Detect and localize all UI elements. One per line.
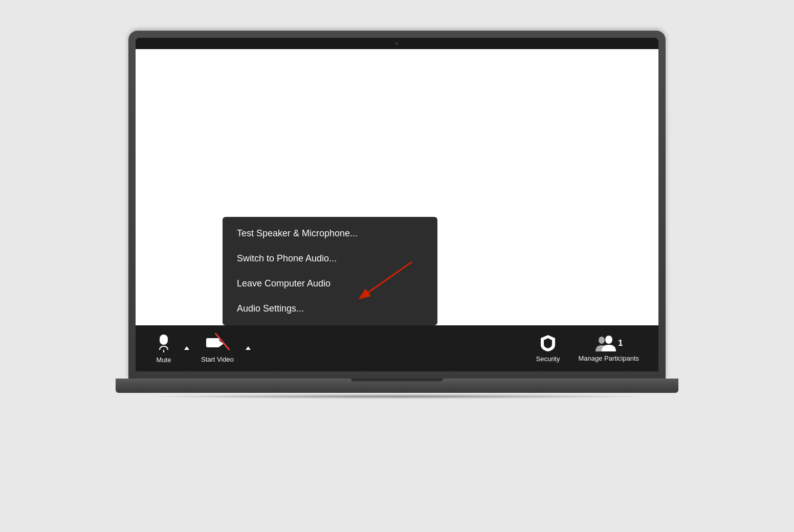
zoom-app: Test Speaker & Microphone... Switch to P… [136,49,658,371]
laptop-shadow [141,394,653,399]
screen-bezel: Test Speaker & Microphone... Switch to P… [136,38,658,371]
start-video-button[interactable]: Start Video [192,330,243,367]
mute-chevron[interactable] [182,346,192,351]
switch-phone-item[interactable]: Switch to Phone Audio... [223,246,437,271]
trackpad-notch [351,379,443,382]
camera-body [206,338,219,347]
leave-audio-item[interactable]: Leave Computer Audio [223,271,437,296]
video-icon-container [206,334,229,352]
audio-dropdown-menu: Test Speaker & Microphone... Switch to P… [223,217,437,325]
svg-point-2 [599,337,605,344]
laptop-frame: Test Speaker & Microphone... Switch to P… [116,31,678,501]
camera-area [136,38,658,49]
chevron-up-icon [184,346,189,350]
participants-icon-area: 1 [594,335,623,351]
shield-icon-container [540,335,556,352]
mute-label: Mute [157,356,171,364]
manage-participants-button[interactable]: 1 Manage Participants [569,331,648,366]
participants-icon [594,335,616,351]
camera-dot [395,42,399,45]
svg-point-3 [605,336,612,344]
audio-settings-item[interactable]: Audio Settings... [223,296,437,321]
laptop-base [116,379,678,393]
mute-button[interactable]: Mute [146,329,182,368]
test-speaker-item[interactable]: Test Speaker & Microphone... [223,221,437,246]
security-label: Security [536,355,560,363]
manage-participants-label: Manage Participants [578,354,639,362]
laptop-lid: Test Speaker & Microphone... Switch to P… [128,31,666,379]
chevron-up-icon-2 [246,346,251,350]
video-chevron[interactable] [243,346,253,351]
microphone-icon [157,334,171,353]
zoom-toolbar: Mute [136,325,658,371]
security-button[interactable]: Security [527,330,569,367]
shield-icon [540,335,556,352]
participants-count: 1 [618,338,623,348]
start-video-label: Start Video [201,356,234,363]
screen-content: Test Speaker & Microphone... Switch to P… [136,49,658,371]
